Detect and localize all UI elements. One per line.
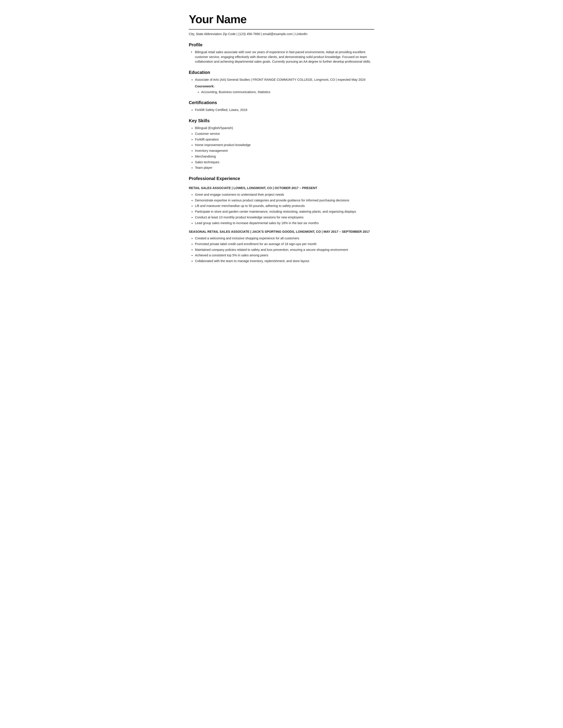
certifications-section-title: Certifications xyxy=(189,99,374,106)
job-title: RETAIL SALES ASSOCIATE | LOWES, LONGMONT… xyxy=(189,186,374,191)
job-bullet-item: Promoted private label credit card enrol… xyxy=(195,242,374,247)
profile-section-title: Profile xyxy=(189,41,374,48)
skill-item: Bilingual (English/Spanish) xyxy=(195,126,374,131)
certification-item: Forklift Safety Certified, Lowes, 2018 xyxy=(195,108,374,113)
profile-text: Bilingual retail sales associate with ov… xyxy=(189,50,374,64)
job-bullet-item: Participate in store and garden center m… xyxy=(195,209,374,214)
skill-item: Customer service xyxy=(195,131,374,136)
job-bullet-item: Created a welcoming and inclusive shoppi… xyxy=(195,236,374,241)
skill-item: Forklift operation xyxy=(195,137,374,142)
skill-item: Team player xyxy=(195,165,374,170)
coursework-list: Accounting, Business communications, Sta… xyxy=(195,90,374,95)
skill-item: Merchandising xyxy=(195,154,374,159)
job-bullet-item: Greet and engage customers to understand… xyxy=(195,192,374,197)
job-bullets: Created a welcoming and inclusive shoppi… xyxy=(189,236,374,264)
skill-item: Sales techniques xyxy=(195,160,374,165)
job-bullets: Greet and engage customers to understand… xyxy=(189,192,374,226)
job-title: SEASONAL RETAIL SALES ASSOCIATE | JACK'S… xyxy=(189,229,374,234)
skills-list: Bilingual (English/Spanish)Customer serv… xyxy=(189,126,374,170)
job-bullet-item: Conduct at least 10 monthly product know… xyxy=(195,215,374,220)
job-bullet-item: Lead group sales meeting to increase dep… xyxy=(195,221,374,226)
skill-item: Home improvement product knowledge xyxy=(195,143,374,148)
coursework-label: Coursework: xyxy=(195,84,374,89)
key-skills-section-title: Key Skills xyxy=(189,117,374,124)
jobs-container: RETAIL SALES ASSOCIATE | LOWES, LONGMONT… xyxy=(189,186,374,264)
skill-item: Inventory management xyxy=(195,148,374,153)
job-bullet-item: Lift and maneuver merchandise up to 50 p… xyxy=(195,204,374,208)
header-divider xyxy=(189,29,374,30)
coursework-item: Accounting, Business communications, Sta… xyxy=(201,90,374,95)
education-list: Associate of Arts (AA) General Studies |… xyxy=(189,77,374,82)
resume-name: Your Name xyxy=(189,11,374,28)
education-section-title: Education xyxy=(189,69,374,76)
job-bullet-item: Maintained company policies related to s… xyxy=(195,248,374,252)
education-degree-item: Associate of Arts (AA) General Studies |… xyxy=(195,77,374,82)
certifications-list: Forklift Safety Certified, Lowes, 2018 xyxy=(189,108,374,113)
professional-experience-section-title: Professional Experience xyxy=(189,175,374,182)
contact-info: City, State Abbreviation Zip Code | (123… xyxy=(189,32,374,37)
job-bullet-item: Achieved a consistent top 5% in sales am… xyxy=(195,253,374,258)
job-bullet-item: Demonstrate expertise in various product… xyxy=(195,198,374,203)
job-bullet-item: Collaborated with the team to manage inv… xyxy=(195,259,374,264)
